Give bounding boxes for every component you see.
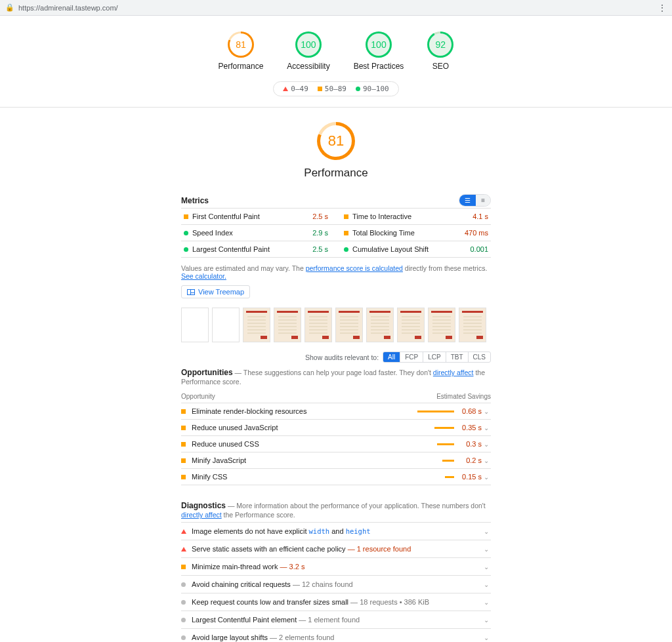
filter-label: Show audits relevant to: [305,353,379,361]
chevron-down-icon: ⌄ [482,424,491,431]
triangle-red-icon [283,87,288,91]
view-treemap-button[interactable]: View Treemap [181,285,250,298]
metrics-view-toggle[interactable]: ☰ ≡ [459,194,491,207]
diagnostic-row[interactable]: Minimize main-thread work — 3.2 s⌄ [181,558,491,576]
gauge-seo[interactable]: 92SEO [427,31,453,71]
filmstrip-thumb[interactable] [212,308,240,342]
filmstrip [181,308,491,342]
toggle-collapse-icon[interactable]: ≡ [476,195,490,206]
score-legend: 0–49 50–89 90–100 [273,81,398,96]
square-orange-icon [318,87,322,91]
metric-largest-contentful-paint: Largest Contentful Paint2.5 s [181,241,336,258]
audits-filter: Show audits relevant to: AllFCPLCPTBTCLS [181,351,491,363]
diagnostic-row[interactable]: Keep request counts low and transfer siz… [181,593,491,611]
legend-good: 90–100 [363,85,389,93]
filmstrip-thumb[interactable] [181,308,209,342]
diagnostic-row[interactable]: Avoid chaining critical requests — 12 ch… [181,576,491,593]
metric-status-icon [184,231,188,235]
chevron-down-icon: ⌄ [482,441,491,448]
metric-status-icon [344,247,348,252]
performance-title: Performance [304,167,368,180]
circle-grey-icon [181,600,186,605]
filmstrip-thumb[interactable] [335,308,363,342]
filter-lcp[interactable]: LCP [423,352,445,362]
circle-grey-icon [181,635,186,640]
filter-tbt[interactable]: TBT [446,352,468,362]
triangle-red-icon [181,547,186,552]
opportunity-row[interactable]: Reduce unused JavaScript0.35 s⌄ [181,420,491,436]
legend-poor: 0–49 [291,85,308,93]
diag-directly-affect-link[interactable]: directly affect [181,511,222,519]
square-orange-icon [181,458,186,463]
chevron-down-icon: ⌄ [482,634,491,641]
see-calculator-link[interactable]: See calculator. [181,272,226,280]
chevron-down-icon: ⌄ [482,563,491,571]
filmstrip-thumb[interactable] [366,308,394,342]
legend-mid: 50–89 [325,85,346,93]
treemap-label: View Treemap [198,288,244,296]
gauge-performance[interactable]: 81Performance [219,31,264,71]
opportunity-row[interactable]: Minify JavaScript0.2 s⌄ [181,452,491,469]
circle-grey-icon [181,618,186,622]
performance-score: 81 [320,125,352,157]
metric-total-blocking-time: Total Blocking Time470 ms [336,225,491,241]
opp-col-name: Opportunity [181,393,215,400]
metric-time-to-interactive: Time to Interactive4.1 s [336,209,491,225]
chevron-down-icon: ⌄ [482,457,491,464]
chevron-down-icon: ⌄ [482,616,491,624]
metric-status-icon [184,214,188,219]
toggle-expand-icon[interactable]: ☰ [459,195,476,206]
metrics-note: Values are estimated and may vary. The p… [181,264,491,280]
metrics-grid: First Contentful Paint2.5 sTime to Inter… [181,208,491,258]
metric-status-icon [184,247,188,252]
filmstrip-thumb[interactable] [304,308,332,342]
filmstrip-thumb[interactable] [428,308,455,342]
opportunity-row[interactable]: Reduce unused CSS0.3 s⌄ [181,436,491,452]
triangle-red-icon [181,529,186,534]
gauge-accessibility[interactable]: 100Accessibility [287,31,329,71]
circle-green-icon [356,87,360,91]
chevron-down-icon: ⌄ [482,599,491,606]
opportunity-row[interactable]: Eliminate render-blocking resources0.68 … [181,403,491,420]
metric-status-icon [344,231,348,235]
score-gauges: 81Performance100Accessibility100Best Pra… [0,16,672,75]
metric-speed-index: Speed Index2.9 s [181,225,336,241]
diagnostic-row[interactable]: Image elements do not have explicit widt… [181,523,491,540]
score-calc-link[interactable]: performance score is calculated [306,264,403,272]
metrics-heading: Metrics [181,196,209,205]
lock-icon: 🔒 [5,3,14,12]
metric-status-icon [344,214,348,219]
treemap-icon [187,289,195,295]
url-bar: 🔒 https://admirenail.tastewp.com/ ⋮ [0,0,672,16]
chevron-down-icon: ⌄ [482,581,491,588]
filter-all[interactable]: All [383,352,400,362]
more-icon[interactable]: ⋮ [658,3,667,12]
filmstrip-thumb[interactable] [274,308,301,342]
square-orange-icon [181,475,186,479]
chevron-down-icon: ⌄ [482,546,491,553]
square-orange-icon [181,426,186,430]
opp-col-savings: Estimated Savings [436,393,491,400]
square-orange-icon [181,409,186,414]
filter-fcp[interactable]: FCP [400,352,423,362]
opportunities-heading: Opportunities — These suggestions can he… [181,368,491,386]
opportunity-row[interactable]: Minify CSS0.15 s⌄ [181,469,491,485]
chevron-down-icon: ⌄ [482,473,491,481]
chevron-down-icon: ⌄ [482,528,491,535]
chevron-down-icon: ⌄ [482,408,491,415]
filter-cls[interactable]: CLS [468,352,490,362]
page-url: https://admirenail.tastewp.com/ [18,4,118,12]
filmstrip-thumb[interactable] [397,308,425,342]
diagnostic-row[interactable]: Avoid large layout shifts — 2 elements f… [181,629,491,642]
diagnostic-row[interactable]: Largest Contentful Paint element — 1 ele… [181,611,491,629]
gauge-best-practices[interactable]: 100Best Practices [354,31,404,71]
square-orange-icon [181,565,186,569]
filmstrip-thumb[interactable] [243,308,270,342]
metric-first-contentful-paint: First Contentful Paint2.5 s [181,209,336,225]
square-orange-icon [181,442,186,447]
diagnostics-heading: Diagnostics — More information about the… [181,501,491,519]
opps-directly-affect-link[interactable]: directly affect [433,369,474,376]
metric-cumulative-layout-shift: Cumulative Layout Shift0.001 [336,241,491,258]
diagnostic-row[interactable]: Serve static assets with an efficient ca… [181,540,491,558]
filmstrip-thumb[interactable] [459,308,486,342]
